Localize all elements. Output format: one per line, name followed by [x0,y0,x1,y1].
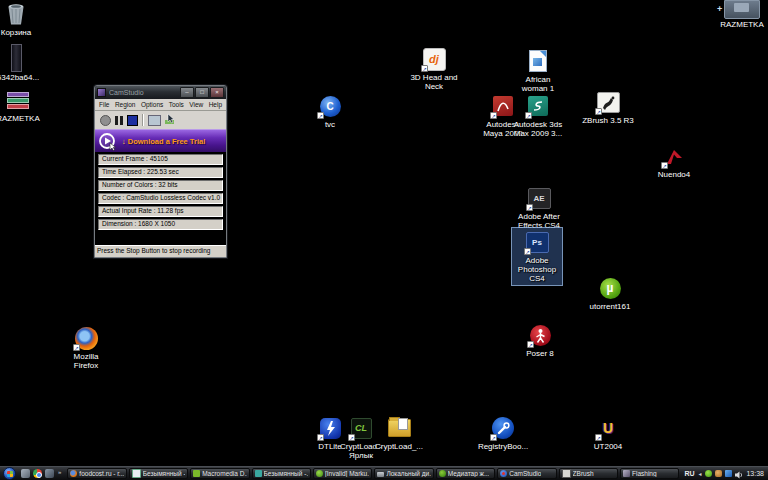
taskbar-button-camstudio[interactable]: CamStudio [497,468,556,479]
desktop-icon-zbrush[interactable]: ZBrush 3.5 R3 [580,90,636,125]
desktop-icon-cryptload-folder[interactable]: CryptLoad_... [371,416,427,451]
menu-tools[interactable]: Tools [169,101,184,108]
shortcut-arrow-badge [595,434,602,441]
desktop-icon-nuendo4[interactable]: Nuendo4 [646,144,702,179]
desktop-icon-poser8[interactable]: Poser 8 [512,323,568,358]
3dsmax-icon [526,94,550,118]
taskbar-button-mediator[interactable]: Медиатар ж... [436,468,495,479]
taskbar-button-macromedia[interactable]: Macromedia D... [190,468,249,479]
desktop-icon-recycle-bin[interactable]: Корзина [0,2,44,37]
toolbar-separator [142,114,144,126]
desktop-icon-firefox[interactable]: Mozilla Firefox [58,326,114,370]
desktop-icon-label: RegistryBoo... [478,442,528,451]
validator-icon [316,470,323,477]
desktop-icon-registrybooster[interactable]: RegistryBoo... [475,416,531,451]
download-trial-banner[interactable]: ↓Download a Free Trial [95,129,226,152]
desktop-icon-after-effects[interactable]: AE Adobe After Effects CS4 [511,186,567,230]
shortcut-arrow-badge [661,162,668,169]
taskbar-clock[interactable]: 13:38 [746,470,764,477]
minimize-button[interactable]: – [180,87,194,98]
recording-stats: Current Frame : 45105 Time Elapsed : 225… [95,152,226,230]
stop-button[interactable] [127,115,138,126]
window-body [95,232,226,245]
menu-options[interactable]: Options [141,101,163,108]
desktop-icon-autodesk-3dsmax[interactable]: Autodesk 3ds Max 2009 3... [510,94,566,138]
desktop-icon-3d-head-and-neck[interactable]: dj 3D Head and Neck [406,47,462,91]
media-player-icon[interactable] [45,469,54,478]
tray-app-icon[interactable] [715,470,722,477]
desktop-icon-label: Autodesk 3ds Max 2009 3... [510,120,566,138]
desktop-icon-label: Mozilla Firefox [68,352,104,370]
cursor-options-button[interactable] [165,111,175,129]
folder-icon [387,416,411,440]
banner-text: ↓Download a Free Trial [122,137,205,146]
image-file-icon [4,44,28,71]
desktop-icon-razmetka-folder[interactable]: + RAZMETKA [714,0,768,29]
network-icon[interactable] [725,470,732,477]
photoshop-icon: Ps [525,230,549,254]
taskbar-button-foodcost[interactable]: foodcost.ru - г... [67,468,126,479]
status-bar: Press the Stop Button to stop recording [95,245,226,257]
tvc-icon: C [318,94,342,118]
camstudio-window-icon [97,88,106,97]
folder-icon: + [722,0,762,18]
shortcut-arrow-badge [525,112,532,119]
quicklaunch-overflow-icon[interactable]: » [58,469,61,475]
record-button[interactable] [100,115,111,126]
firefox-icon [70,470,77,477]
taskbar-button-flashing[interactable]: Flashing [620,468,679,479]
annotation-button[interactable] [148,115,161,126]
menu-help[interactable]: Help [209,101,222,108]
desktop-icon-label: s5342ba64... [0,73,39,82]
desktop-icon-label: African woman 1 [516,75,560,93]
tray-antivirus-icon[interactable] [705,470,712,477]
menu-file[interactable]: File [99,101,109,108]
stat-codec: Codec : CamStudio Lossless Codec v1.0 [98,193,223,204]
desktop-icon-photoshop[interactable]: Ps Adobe Photoshop CS4 [512,228,562,285]
shortcut-arrow-badge [524,248,531,255]
down-arrow-icon: ↓ [122,137,126,146]
winrar-archive-icon [6,88,30,112]
stat-dimension: Dimension : 1680 X 1050 [98,219,223,230]
nuendo-icon [662,144,686,168]
tray-collapse-icon[interactable]: ◄ [698,471,703,477]
play-icon [98,132,117,151]
desktop-icon-label: RAZMETKA [0,114,40,123]
desktop-icon-utorrent[interactable]: µ utorrent161 [582,276,638,311]
desktop-icon-label: Poser 8 [526,349,554,358]
app-icon [623,470,630,477]
start-button[interactable] [3,467,16,480]
menu-region[interactable]: Region [115,101,136,108]
desktop-icon-tvc[interactable]: C tvc [302,94,358,129]
stat-time-elapsed: Time Elapsed : 225.53 sec [98,167,223,178]
desktop-icon-image-file[interactable]: s5342ba64... [0,44,44,82]
desktop-icon-razmetka-archive[interactable]: RAZMETKA [0,88,46,123]
chrome-icon[interactable] [33,469,42,478]
taskbar-button-local-disk[interactable]: Локальный ди... [374,468,433,479]
document-file-icon [526,49,550,73]
language-indicator[interactable]: RU [684,470,694,477]
desktop-icon-african-woman[interactable]: African woman 1 [510,49,566,93]
stat-current-frame: Current Frame : 45105 [98,154,223,165]
shortcut-arrow-badge [348,434,355,441]
close-button[interactable]: × [210,87,224,98]
volume-icon[interactable] [735,465,743,480]
toolbar [95,111,226,129]
desktop-icon-label: UT2004 [594,442,622,451]
poser-icon [528,323,552,347]
taskbar-button-untitled-1[interactable]: Безымянный -... [129,468,188,479]
pause-button[interactable] [115,116,123,125]
menu-view[interactable]: View [189,101,203,108]
drive-icon [377,472,384,477]
app-icon [439,470,446,477]
show-desktop-icon[interactable] [21,469,30,478]
desktop-icon-label: RAZMETKA [720,20,764,29]
taskbar-button-invalid-markup[interactable]: [Invalid] Marku... [313,468,372,479]
camstudio-titlebar[interactable]: CamStudio – □ × [95,86,226,99]
taskbar-button-zbrush[interactable]: ZBrush [559,468,618,479]
desktop-icon-ut2004[interactable]: U UT2004 [580,416,636,451]
taskbar-button-untitled-2[interactable]: Безымянный -... [252,468,311,479]
desktop-icon-label: Adobe Photoshop CS4 [514,256,560,283]
task-buttons: foodcost.ru - г... Безымянный -... Macro… [67,468,679,479]
maximize-button[interactable]: □ [195,87,209,98]
